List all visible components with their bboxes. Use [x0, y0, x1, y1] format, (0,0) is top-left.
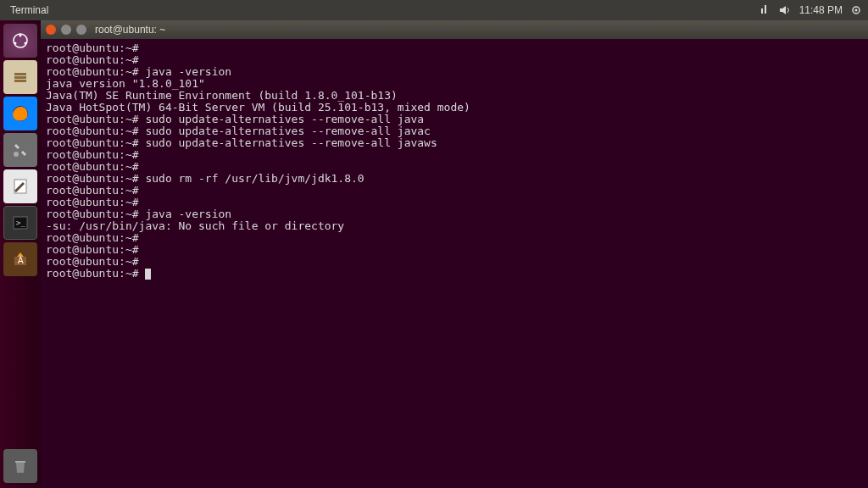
window-title: root@ubuntu: ~ — [95, 24, 165, 36]
launcher-dash[interactable] — [3, 24, 37, 58]
terminal-line: root@ubuntu:~# sudo update-alternatives … — [46, 114, 863, 125]
launcher-firefox[interactable] — [3, 97, 37, 130]
system-topbar: Terminal 11:48 PM — [0, 0, 868, 20]
terminal-line: root@ubuntu:~# — [46, 268, 863, 280]
terminal-line: -su: /usr/bin/java: No such file or dire… — [46, 220, 863, 232]
svg-point-10 — [14, 152, 19, 157]
volume-icon[interactable] — [779, 5, 791, 15]
svg-text:>_: >_ — [16, 219, 25, 227]
terminal-line: Java(TM) SE Runtime Environment (build 1… — [46, 90, 863, 102]
terminal-line: root@ubuntu:~# java -version — [46, 208, 863, 220]
launcher-text-editor[interactable] — [3, 169, 37, 203]
gear-icon[interactable] — [851, 5, 861, 15]
network-icon[interactable] — [759, 5, 771, 15]
terminal-line: root@ubuntu:~# — [46, 232, 863, 244]
terminal-line: root@ubuntu:~# — [46, 185, 863, 197]
svg-point-5 — [25, 42, 27, 45]
terminal-line: root@ubuntu:~# sudo update-alternatives … — [46, 137, 863, 149]
window-maximize-button[interactable] — [76, 25, 86, 35]
topbar-app-title: Terminal — [10, 4, 48, 16]
svg-point-1 — [855, 9, 858, 12]
launcher-files[interactable] — [3, 60, 37, 94]
svg-rect-7 — [14, 76, 26, 79]
svg-rect-6 — [14, 73, 26, 75]
terminal-line: root@ubuntu:~# java -version — [46, 66, 863, 78]
terminal-line: root@ubuntu:~# — [46, 197, 863, 208]
svg-point-3 — [19, 35, 22, 37]
launcher-terminal[interactable]: >_ — [3, 206, 37, 240]
launcher-settings[interactable] — [3, 133, 37, 167]
terminal-content[interactable]: root@ubuntu:~# root@ubuntu:~# root@ubunt… — [41, 39, 868, 488]
unity-launcher: >_ A — [0, 20, 41, 488]
launcher-software-updater[interactable]: A — [3, 242, 37, 276]
window-titlebar[interactable]: root@ubuntu: ~ — [41, 20, 868, 39]
terminal-line: root@ubuntu:~# sudo update-alternatives … — [46, 125, 863, 137]
svg-rect-16 — [15, 461, 25, 463]
window-minimize-button[interactable] — [61, 25, 71, 35]
window-close-button[interactable] — [46, 25, 56, 35]
topbar-right: 11:48 PM — [759, 4, 861, 16]
terminal-line: root@ubuntu:~# — [46, 149, 863, 161]
terminal-line: root@ubuntu:~# — [46, 42, 863, 54]
terminal-line: root@ubuntu:~# — [46, 161, 863, 173]
launcher-trash[interactable] — [3, 449, 37, 483]
svg-rect-8 — [14, 80, 26, 82]
svg-text:A: A — [18, 256, 24, 265]
terminal-line: Java HotSpot(TM) 64-Bit Server VM (build… — [46, 102, 863, 114]
terminal-line: java version "1.8.0_101" — [46, 78, 863, 90]
terminal-cursor — [145, 269, 151, 280]
terminal-line: root@ubuntu:~# — [46, 54, 863, 66]
terminal-line: root@ubuntu:~# — [46, 256, 863, 268]
terminal-line: root@ubuntu:~# sudo rm -rf /usr/lib/jvm/… — [46, 173, 863, 185]
clock[interactable]: 11:48 PM — [799, 4, 843, 16]
terminal-window: root@ubuntu: ~ root@ubuntu:~# root@ubunt… — [41, 20, 868, 488]
svg-point-4 — [14, 42, 17, 45]
terminal-line: root@ubuntu:~# — [46, 244, 863, 256]
